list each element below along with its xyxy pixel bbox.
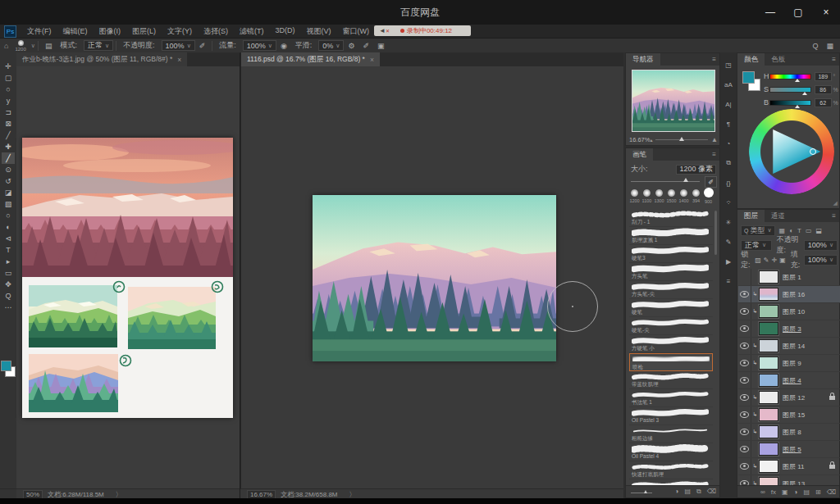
marquee-tool[interactable]: ▢ — [2, 72, 15, 84]
layer-thumbnail[interactable] — [759, 305, 778, 318]
menu-item[interactable]: 图像(I) — [94, 26, 127, 37]
panel-tab[interactable]: 色板 — [765, 53, 792, 66]
layer-name[interactable]: 图层 16 — [783, 290, 805, 299]
smoothing-select[interactable]: 0%∨ — [318, 40, 344, 51]
layer-row[interactable]: ↳ 图层 9 — [738, 355, 840, 372]
visibility-toggle[interactable] — [738, 441, 751, 457]
shape-tool[interactable]: ▭ — [2, 267, 15, 279]
footer-icon[interactable]: ▤ — [684, 488, 691, 496]
brush-list-scrollbar[interactable] — [714, 211, 717, 255]
layer-thumbnail[interactable] — [759, 460, 778, 473]
layer-row[interactable]: ↳ 图层 5 — [738, 441, 840, 458]
menu-item[interactable]: 编辑(E) — [57, 26, 94, 37]
layer-thumbnail[interactable] — [759, 408, 778, 421]
visibility-toggle[interactable] — [738, 372, 751, 388]
brush-tool[interactable]: ╱ — [2, 152, 15, 164]
panel-dock-icon[interactable]: ▶ — [723, 256, 734, 267]
clone-stamp-tool[interactable]: ⊙ — [2, 164, 15, 175]
layer-name[interactable]: 图层 3 — [783, 325, 801, 334]
layer-row[interactable]: ↳ 图层 16 — [738, 286, 840, 303]
menu-item[interactable]: 窗口(W) — [337, 26, 376, 37]
menu-item[interactable]: 3D(D) — [270, 26, 301, 37]
mini-icon[interactable]: ▣ — [779, 257, 786, 264]
layer-thumbnail[interactable] — [759, 288, 778, 301]
brush-item[interactable]: Oil Pastel 3 — [629, 407, 713, 425]
visibility-toggle[interactable] — [738, 424, 751, 440]
recent-brush[interactable]: 394 — [690, 188, 702, 207]
frame-tool[interactable]: ⊠ — [2, 118, 15, 129]
visibility-toggle[interactable] — [738, 303, 751, 320]
layer-row[interactable]: ↳ 图层 11 — [738, 458, 840, 475]
reference-document[interactable] — [22, 138, 233, 418]
visibility-toggle[interactable] — [738, 269, 751, 285]
brush-size-slider[interactable] — [631, 181, 700, 182]
tab-navigator[interactable]: 导航器 — [626, 53, 660, 66]
layer-thumbnail[interactable] — [759, 374, 778, 387]
resize-grip-icon[interactable]: ◢ — [833, 200, 838, 207]
layer-name[interactable]: 图层 1 — [783, 273, 801, 282]
visibility-toggle[interactable] — [738, 458, 751, 474]
layer-name[interactable]: 图层 12 — [783, 393, 805, 402]
layer-thumbnail[interactable] — [759, 356, 778, 370]
footer-icon[interactable]: ◑ — [794, 488, 798, 496]
healing-tool[interactable]: ✚ — [2, 141, 15, 152]
speaker-muted-icon[interactable]: ◄ — [379, 27, 386, 34]
menu-item[interactable]: 文件(F) — [21, 26, 57, 37]
menu-item[interactable]: 文字(Y) — [162, 26, 198, 37]
pressure-size-icon[interactable]: ✐ — [363, 42, 370, 50]
pressure-opacity-icon[interactable]: ✐ — [199, 42, 206, 50]
status-chevron-icon[interactable]: 〉 — [349, 490, 356, 499]
brush-item[interactable]: 方头笔 — [629, 263, 713, 281]
visibility-toggle[interactable] — [738, 406, 751, 423]
move-tool[interactable]: ✛ — [2, 61, 15, 72]
maximize-button[interactable]: ▢ — [784, 0, 812, 25]
mini-icon[interactable]: ✛ — [771, 257, 777, 264]
layer-name[interactable]: 图层 8 — [783, 428, 801, 437]
visibility-toggle[interactable] — [738, 320, 751, 337]
mini-icon[interactable]: ▭ — [806, 227, 812, 234]
layer-row[interactable]: ↳ 图层 14 — [738, 338, 840, 355]
visibility-toggle[interactable] — [738, 389, 751, 406]
footer-icon[interactable]: ▣ — [782, 488, 788, 496]
mini-icon[interactable]: ▦ — [779, 227, 786, 234]
layer-name[interactable]: 图层 5 — [783, 445, 801, 454]
brush-item[interactable]: 带蓝纹肌理 — [629, 371, 713, 389]
zoom-in-icon[interactable]: ▲ — [711, 136, 718, 143]
lasso-tool[interactable]: ○ — [2, 84, 15, 95]
layer-row[interactable]: ↳ 图层 10 — [738, 303, 840, 320]
home-icon[interactable]: ⌂ — [4, 42, 8, 50]
layer-fill-field[interactable]: 100%∨ — [804, 255, 838, 266]
channel-slider[interactable] — [769, 87, 810, 93]
layer-row[interactable]: ↳ 图层 1 — [738, 269, 840, 286]
footer-icon[interactable]: ⊞ — [815, 488, 821, 496]
menu-item[interactable]: 视图(V) — [301, 26, 337, 37]
minimize-button[interactable]: — — [756, 0, 784, 25]
layer-row[interactable]: ↳ 图层 15 — [738, 406, 840, 424]
panel-tab[interactable]: 图层 — [737, 210, 765, 222]
layer-row[interactable]: ↳ 图层 8 — [738, 424, 840, 441]
layer-filter-select[interactable]: Q 类型 ∨ — [741, 225, 775, 236]
layer-name[interactable]: 图层 15 — [783, 411, 805, 420]
channel-value-field[interactable]: 62 — [815, 98, 832, 107]
navigator-thumbnail[interactable] — [632, 70, 714, 131]
brush-item[interactable]: 硬笔-尖 — [629, 317, 713, 335]
brush-item[interactable]: 喷枪 — [629, 353, 713, 371]
close-tab-icon[interactable]: × — [370, 56, 374, 64]
mini-icon[interactable]: ⬓ — [815, 227, 822, 234]
footer-icon[interactable]: fx — [771, 488, 776, 496]
opacity-select[interactable]: 100%∨ — [162, 40, 195, 51]
mode-select[interactable]: 正常∨ — [84, 40, 113, 51]
document-tab-center[interactable]: 1116.psd @ 16.7% (图层 16, RGB/8) *× — [241, 52, 380, 66]
recent-brush[interactable]: 1100 — [641, 188, 653, 207]
footer-icon[interactable]: ◑ — [675, 488, 679, 496]
panel-dock-icon[interactable]: A| — [723, 98, 734, 110]
panel-dock-icon[interactable]: ✳ — [723, 216, 734, 228]
menu-item[interactable]: 滤镜(T) — [234, 26, 270, 37]
navigator-zoom-value[interactable]: 16.67% — [629, 136, 650, 143]
foreground-color-swatch[interactable] — [742, 71, 755, 84]
visibility-toggle[interactable] — [738, 286, 751, 302]
pen-tool[interactable]: ⊲ — [2, 233, 15, 244]
status-chevron-icon[interactable]: 〉 — [116, 490, 122, 499]
document-tab-left[interactable]: 作业b-晚练-3选1.jpg @ 50% (图层 11, RGB/8#) *× — [16, 52, 187, 66]
type-tool[interactable]: T — [2, 244, 15, 256]
